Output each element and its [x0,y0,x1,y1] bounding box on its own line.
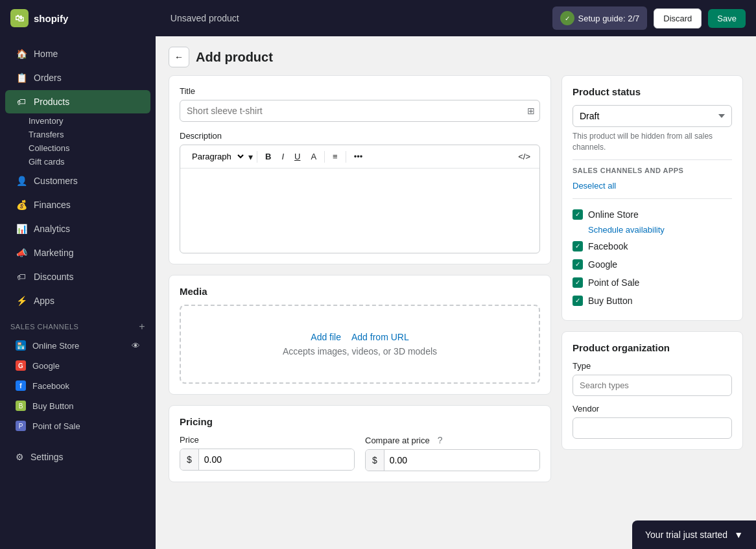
price-label: Price [180,435,355,445]
sales-channels-section-title: SALES CHANNELS AND APPS [573,167,732,174]
point-of-sale-icon: P [16,421,26,431]
sidebar-channel-online-store[interactable]: 🏪 Online Store 👁 [5,336,150,355]
sidebar-label-analytics: Analytics [34,224,70,234]
channels-divider [573,198,732,199]
add-channel-icon[interactable]: + [139,321,145,333]
google-checkbox[interactable]: ✓ [573,259,583,270]
channel-label-point-of-sale: Point of Sale [32,421,80,431]
sidebar-item-analytics[interactable]: 📊 Analytics [5,217,150,240]
media-title: Media [180,286,540,297]
online-store-checkbox[interactable]: ✓ [573,209,583,220]
sidebar-sub-inventory[interactable]: Inventory [0,114,156,128]
sidebar-item-finances[interactable]: 💰 Finances [5,193,150,216]
channel-label-facebook: Facebook [32,381,69,391]
sidebar-item-settings[interactable]: ⚙ Settings [5,446,150,468]
channel-row-buy-button: ✓ Buy Button [573,292,732,310]
description-field-label: Description [180,131,540,141]
underline-button[interactable]: U [290,149,304,164]
pos-check-icon: ✓ [575,279,580,286]
paragraph-select[interactable]: Paragraph [185,149,246,164]
add-url-link[interactable]: Add from URL [351,332,409,342]
logo: 🛍 shopify [10,9,68,27]
product-status-title: Product status [573,86,732,97]
sidebar-item-apps[interactable]: ⚡ Apps [5,289,150,312]
title-field-label: Title [180,86,540,96]
main-content: ← Add product Title ⊞ Description [156,36,756,549]
online-store-icon: 🏪 [16,340,26,351]
sidebar-item-customers[interactable]: 👤 Customers [5,169,150,193]
buy-button-checkbox[interactable]: ✓ [573,296,583,306]
type-label: Type [573,361,732,371]
sidebar-item-products[interactable]: 🏷 Products [5,90,150,113]
products-icon: 🏷 [16,96,27,108]
more-options-button[interactable]: ••• [350,149,367,164]
setup-guide-button[interactable]: ✓ Setup guide: 2/7 [552,6,648,30]
topbar: 🛍 shopify Unsaved product ✓ Setup guide:… [0,0,756,36]
sidebar-channel-google[interactable]: G Google [5,356,150,375]
sales-channels-section: Sales channels + [0,313,156,335]
title-input-wrapper: ⊞ [180,100,540,122]
compare-help-icon[interactable]: ? [438,435,443,445]
bold-button[interactable]: B [261,149,275,164]
pos-checkbox[interactable]: ✓ [573,277,583,288]
price-field: Price $ [180,435,355,471]
sidebar-label-apps: Apps [34,296,54,306]
channel-label-google: Google [32,361,60,371]
pricing-card: Pricing Price $ Compare at price [169,405,551,482]
sidebar-item-home[interactable]: 🏠 Home [5,42,150,65]
source-code-button[interactable]: </> [514,149,534,164]
page-title: Add product [196,50,273,65]
apps-icon: ⚡ [16,295,27,307]
italic-button[interactable]: I [278,149,288,164]
app-layout: 🏠 Home 📋 Orders 🏷 Products Inventory Tra… [0,36,756,549]
toolbar-separator-3 [346,151,346,163]
sidebar-label-customers: Customers [34,176,78,186]
save-button[interactable]: Save [708,9,746,28]
sidebar-item-marketing[interactable]: 📣 Marketing [5,241,150,264]
align-button[interactable]: ≡ [329,149,342,164]
sidebar-item-orders[interactable]: 📋 Orders [5,66,150,89]
add-file-link[interactable]: Add file [311,332,341,342]
deselect-all-link[interactable]: Deselect all [573,181,732,191]
channel-row-point-of-sale: ✓ Point of Sale [573,274,732,292]
buy-button-icon: B [16,401,26,411]
toolbar-separator-2 [324,151,325,163]
trial-banner-label: Your trial just started [645,530,727,540]
sidebar-sub-gift-cards[interactable]: Gift cards [0,155,156,169]
page-breadcrumb: Unsaved product [171,13,239,23]
sidebar-sub-transfers[interactable]: Transfers [0,128,156,141]
online-store-visibility-icon[interactable]: 👁 [132,341,140,351]
title-ai-icon: ⊞ [527,106,535,116]
trial-banner[interactable]: Your trial just started ▼ [632,520,756,549]
sidebar-channel-facebook[interactable]: f Facebook [5,376,150,395]
type-search-input[interactable] [573,375,732,396]
sidebar-item-discounts[interactable]: 🏷 Discounts [5,265,150,288]
channel-name-google: Google [588,259,617,270]
description-editor: Paragraph ▾ B I U A ≡ ••• [180,145,540,253]
sidebar: 🏠 Home 📋 Orders 🏷 Products Inventory Tra… [0,36,156,549]
vendor-input[interactable] [573,417,732,439]
media-links: Add file Add from URL [311,332,408,342]
buy-button-check-icon: ✓ [575,297,580,304]
toolbar-separator-1 [257,151,257,163]
status-divider [573,159,732,160]
title-input[interactable] [180,100,540,122]
sidebar-sub-collections[interactable]: Collections [0,141,156,155]
sidebar-label-home: Home [34,49,58,59]
discard-button[interactable]: Discard [654,8,702,29]
schedule-availability-link[interactable]: Schedule availability [588,225,732,235]
media-dropzone[interactable]: Add file Add from URL Accepts images, vi… [180,305,540,384]
price-input[interactable] [199,449,354,470]
status-select[interactable]: Draft Active [573,105,732,127]
sidebar-channel-point-of-sale[interactable]: P Point of Sale [5,416,150,436]
compare-input-wrapper: $ [365,449,540,471]
logo-text: shopify [34,13,68,24]
facebook-checkbox[interactable]: ✓ [573,241,583,251]
description-editor-area[interactable] [180,169,539,253]
back-button[interactable]: ← [169,47,189,67]
compare-price-input[interactable] [384,450,539,471]
channel-name-buy-button: Buy Button [588,296,633,306]
text-color-button[interactable]: A [307,149,320,164]
sidebar-channel-buy-button[interactable]: B Buy Button [5,396,150,415]
shopify-logo-icon: 🛍 [10,9,29,27]
